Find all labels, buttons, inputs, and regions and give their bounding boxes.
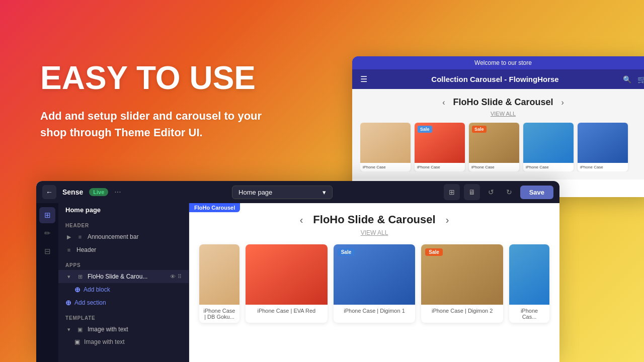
header-label: Header [76,246,182,253]
sidebar-page-title: Home page [58,203,189,217]
editor-body: ⊞ ✏ ⊟ Home page HEADER [36,203,559,362]
list-item: iPhone Case [360,123,411,171]
product-image [360,123,411,163]
announcement-bar-icon: ≡ [76,234,84,240]
editor-store-name: Sense [62,188,83,196]
back-icon: ← [46,188,53,196]
sidebar-section-header-title: HEADER [58,217,189,230]
plus-icon: ⊕ [74,286,80,294]
editor-topbar-center: Home page ▾ [127,186,438,199]
product-name: iPhone Case [523,163,574,171]
sidebar-panel: Home page HEADER ▶ ≡ Announcement bar ≡ … [58,203,189,362]
sidebar-item-floho[interactable]: ▾ ⊞ FloHo Slide & Carou... 👁 ⠿ [58,270,189,283]
sub-image-label: Image with text [84,338,125,345]
editor-save-button[interactable]: Save [520,186,553,199]
editor-page-select[interactable]: Home page ▾ [232,186,333,199]
editor-desktop-icon-button[interactable]: 🖥 [464,184,480,200]
editor-redo-button[interactable]: ↻ [502,185,516,199]
table-row: iPhone Case | EVA Red [246,244,328,323]
list-item: Sale iPhone Case [415,123,465,171]
sidebar-icon-pages[interactable]: ⊞ [39,207,55,223]
canvas-next-arrow[interactable]: › [446,214,449,226]
canvas-view-all[interactable]: VIEW ALL [199,229,549,236]
pages-icon: ⊞ [44,211,51,220]
browser-bar: Welcome to our store ☰ Collection Carous… [352,56,644,89]
chevron-down-icon: ▾ [65,326,72,333]
browser-carousel-header: ‹ FloHo Slide & Carousel › [360,97,644,108]
editor-grid-icon-button[interactable]: ⊞ [444,184,460,200]
header-icon: ≡ [65,247,72,253]
browser-products-list: iPhone Case Sale iPhone Case Sale iPhone… [360,123,644,171]
canvas-prev-arrow[interactable]: ‹ [300,214,303,226]
list-item: iPhone Case [523,123,574,171]
sale-badge: Sale [338,248,355,256]
sale-badge: Sale [472,126,487,133]
browser-nav: ☰ Collection Carousel - FlowingHorse 🔍 🛒 [352,69,644,89]
sidebar-wrapper: ⊞ ✏ ⊟ Home page HEADER [36,203,189,362]
plus-icon: ⊕ [65,299,71,307]
sidebar-item-announcement-bar[interactable]: ▶ ≡ Announcement bar [58,230,189,243]
browser-cart-icon[interactable]: 🛒 [637,75,644,83]
browser-view-all[interactable]: VIEW ALL [360,111,644,117]
table-row: Sale iPhone Case | Digimon 1 [334,244,416,323]
sidebar-sub-image-with-text[interactable]: ▣ Image with text [58,336,189,348]
list-item: iPhone Case [578,123,628,171]
table-row: iPhone Cas... [509,244,549,323]
browser-hamburger-icon[interactable]: ☰ [360,74,367,84]
image-with-text-icon: ▣ [76,326,84,333]
editor-undo-button[interactable]: ↺ [484,185,498,199]
editor-topbar-right: ⊞ 🖥 ↺ ↻ Save [444,184,553,200]
main-heading: EASY TO USE [40,60,282,96]
sidebar-section-template-title: TEMPLATE [58,309,189,323]
customize-icon: ✏ [44,229,51,238]
add-block-button[interactable]: ⊕ Add block [58,283,189,296]
table-row: Sale iPhone Case | Digimon 2 [421,244,503,323]
eye-icon[interactable]: 👁 [170,274,176,280]
chevron-down-icon: ▾ [65,274,72,280]
browser-nav-icons: 🔍 🛒 [623,75,644,83]
product-image [199,244,239,305]
desktop-icon: 🖥 [468,188,475,196]
browser-content: ‹ FloHo Slide & Carousel › VIEW ALL iPho… [352,89,644,179]
canvas-carousel-title: FloHo Slide & Carousel [313,213,435,226]
editor-canvas: FloHo Carousel ‹ FloHo Slide & Carousel … [189,203,559,362]
sale-badge: Sale [418,126,432,133]
sidebar-item-header[interactable]: ≡ Header [58,243,189,256]
table-row: iPhone Case | DB Goku... [199,244,239,323]
browser-announcement: Welcome to our store [352,56,644,69]
product-name: iPhone Cas... [509,305,549,323]
announcement-bar-label: Announcement bar [88,233,182,240]
canvas-inner: FloHo Carousel ‹ FloHo Slide & Carousel … [189,203,559,362]
browser-next-arrow[interactable]: › [561,98,564,107]
browser-prev-arrow[interactable]: ‹ [442,98,445,107]
image-with-text-label: Image with text [88,326,182,333]
product-image [246,244,328,305]
sidebar-section-apps-title: Apps [58,256,189,270]
sidebar-item-image-with-text[interactable]: ▾ ▣ Image with text [58,323,189,336]
editor-more-options[interactable]: ··· [114,188,121,197]
drag-icon[interactable]: ⠿ [178,274,182,280]
sidebar-icon-customize[interactable]: ✏ [39,225,55,241]
editor-topbar: ← Sense Live ··· Home page ▾ ⊞ 🖥 ↺ ↻ Sav… [36,181,559,203]
product-image [523,123,574,163]
browser-search-icon[interactable]: 🔍 [623,75,631,83]
sidebar-icon-blocks[interactable]: ⊟ [39,243,55,259]
editor-mockup: ← Sense Live ··· Home page ▾ ⊞ 🖥 ↺ ↻ Sav… [36,181,559,362]
product-name: iPhone Case [469,163,519,171]
left-content-area: EASY TO USE Add and setup slider and car… [40,60,282,141]
add-block-label: Add block [84,286,110,293]
add-section-button[interactable]: ⊕ Add section [58,296,189,309]
product-name: iPhone Case [578,163,628,171]
product-name: iPhone Case [360,163,411,171]
editor-back-button[interactable]: ← [42,185,56,199]
canvas-carousel-header: ‹ FloHo Slide & Carousel › [199,213,549,226]
grid-icon: ⊞ [449,188,455,196]
canvas-carousel-section: ‹ FloHo Slide & Carousel › VIEW ALL iPho… [189,203,559,333]
browser-nav-title: Collection Carousel - FlowingHorse [367,75,623,83]
editor-page-name: Home page [238,189,272,196]
sidebar-page-title-label: Home page [65,206,101,214]
product-name: iPhone Case | Digimon 2 [421,305,503,317]
canvas-products-list: iPhone Case | DB Goku... iPhone Case | E… [199,244,549,323]
list-item: Sale iPhone Case [469,123,519,171]
product-image [578,123,628,163]
